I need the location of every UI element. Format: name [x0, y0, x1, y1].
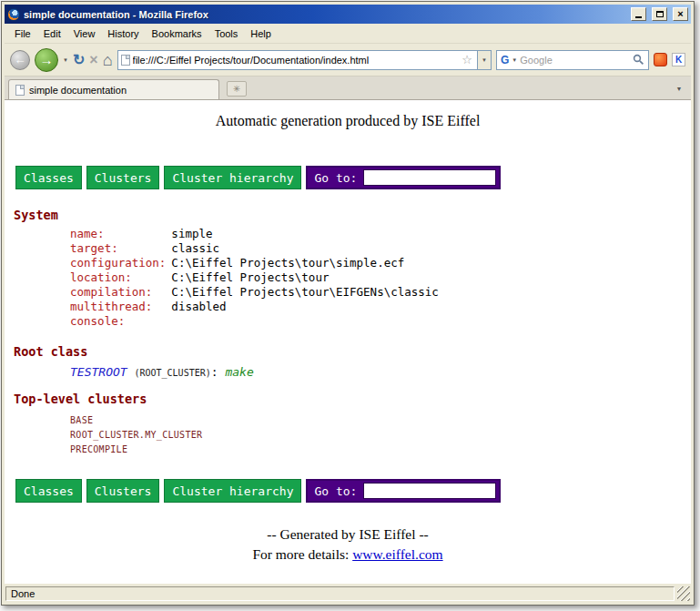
- back-button[interactable]: ←: [10, 50, 30, 70]
- table-row: multithread: disabled: [70, 300, 439, 315]
- cluster-list: BASE ROOT_CLUSTER.MY_CLUSTER PRECOMPILE: [70, 413, 691, 457]
- system-row-value: C:\Eiffel Projects\tour\simple.ecf: [171, 257, 439, 271]
- url-dropdown-icon: ▼: [482, 57, 487, 63]
- goto-label: Go to:: [314, 171, 357, 185]
- details-prefix: For more details:: [252, 546, 352, 562]
- firefox-logo-icon: [7, 8, 20, 21]
- close-button[interactable]: ×: [673, 7, 688, 21]
- close-icon: ×: [677, 9, 683, 19]
- doc-toolbar-top: Classes Clusters Cluster hierarchy Go to…: [15, 166, 691, 189]
- cluster-link-base[interactable]: BASE: [70, 413, 691, 428]
- window-title: simple documentation - Mozilla Firefox: [24, 9, 625, 20]
- system-row-value: C:\Eiffel Projects\tour: [171, 271, 439, 286]
- search-magnifier-icon[interactable]: [633, 54, 644, 66]
- goto-label: Go to:: [314, 484, 357, 498]
- table-row: name: simple: [70, 228, 439, 242]
- status-text: Done: [5, 586, 675, 601]
- stop-button[interactable]: ×: [89, 53, 97, 67]
- search-engine-dropdown-icon[interactable]: ▼: [512, 57, 517, 63]
- system-row-value: [171, 315, 439, 330]
- menu-history[interactable]: History: [101, 25, 145, 42]
- system-row-value: simple: [171, 228, 439, 242]
- maximize-icon: [656, 11, 664, 17]
- resize-grip[interactable]: [677, 586, 690, 601]
- browser-window: simple documentation - Mozilla Firefox ×…: [1, 1, 695, 606]
- status-bar: Done: [5, 584, 691, 602]
- system-row-label: configuration:: [70, 257, 171, 271]
- location-bar[interactable]: ☆ ▼: [117, 50, 492, 70]
- tab-label: simple documentation: [29, 85, 127, 96]
- classes-button[interactable]: Classes: [15, 479, 82, 503]
- tab-page-icon: [15, 85, 25, 96]
- cluster-link-precompile[interactable]: PRECOMPILE: [70, 443, 691, 457]
- system-row-label: multithread:: [70, 300, 171, 315]
- forward-icon: →: [40, 52, 54, 67]
- table-row: configuration: C:\Eiffel Projects\tour\s…: [70, 257, 439, 271]
- addon-icon-k[interactable]: K: [672, 53, 685, 66]
- root-class-link[interactable]: TESTROOT: [70, 365, 127, 379]
- menu-edit[interactable]: Edit: [37, 25, 67, 42]
- root-class-heading: Root class: [14, 344, 691, 359]
- menu-bookmarks[interactable]: Bookmarks: [146, 25, 208, 42]
- system-row-label: compilation:: [70, 286, 171, 300]
- addon-icon-1[interactable]: [654, 53, 667, 66]
- back-icon: ←: [15, 53, 26, 66]
- page-content: Automatic generation produced by ISE Eif…: [5, 100, 691, 584]
- eiffel-site-link[interactable]: www.eiffel.com: [352, 546, 442, 562]
- page-icon: [121, 55, 130, 66]
- menu-file[interactable]: File: [8, 25, 37, 42]
- root-separator: :: [211, 365, 218, 379]
- top-level-clusters-heading: Top-level clusters: [14, 392, 691, 406]
- minimize-icon: [635, 16, 642, 18]
- goto-input[interactable]: [363, 169, 496, 186]
- system-table: name: simple target: classic configurati…: [70, 228, 439, 330]
- cluster-hierarchy-button[interactable]: Cluster hierarchy: [164, 479, 301, 503]
- tab-bar: simple documentation ✳ ▼: [5, 76, 691, 100]
- table-row: console:: [70, 315, 439, 330]
- goto-box: Go to:: [306, 166, 501, 189]
- menu-view[interactable]: View: [67, 25, 102, 42]
- new-tab-button[interactable]: ✳: [227, 81, 247, 97]
- history-dropdown-icon[interactable]: ▼: [63, 57, 68, 63]
- root-cluster-ref: (ROOT_CLUSTER): [134, 368, 210, 378]
- title-bar: simple documentation - Mozilla Firefox ×: [5, 5, 691, 24]
- menu-help[interactable]: Help: [244, 25, 278, 42]
- generated-by-line: -- Generated by ISE Eiffel --: [5, 526, 691, 543]
- menu-tools[interactable]: Tools: [208, 25, 245, 42]
- maximize-button[interactable]: [652, 7, 667, 21]
- clusters-button[interactable]: Clusters: [86, 166, 160, 189]
- doc-toolbar-bottom: Classes Clusters Cluster hierarchy Go to…: [15, 479, 691, 503]
- root-feature-link[interactable]: make: [225, 365, 253, 379]
- search-bar[interactable]: G ▼: [496, 50, 649, 70]
- system-row-value: disabled: [171, 300, 439, 315]
- system-heading: System: [14, 208, 691, 222]
- classes-button[interactable]: Classes: [15, 166, 82, 189]
- minimize-button[interactable]: [631, 7, 646, 21]
- search-input[interactable]: [520, 55, 630, 66]
- reload-button[interactable]: ↻: [73, 53, 85, 67]
- bookmark-star-icon[interactable]: ☆: [460, 53, 474, 66]
- table-row: target: classic: [70, 242, 439, 257]
- system-row-label: console:: [70, 315, 171, 330]
- details-line: For more details: www.eiffel.com: [5, 546, 691, 563]
- url-input[interactable]: [133, 52, 458, 68]
- clusters-button[interactable]: Clusters: [86, 479, 160, 503]
- goto-box: Go to:: [306, 479, 501, 503]
- tab-simple-documentation[interactable]: simple documentation: [8, 79, 219, 99]
- root-class-line: TESTROOT (ROOT_CLUSTER): make: [70, 365, 691, 379]
- goto-input[interactable]: [363, 483, 496, 499]
- list-all-tabs-icon: ▼: [676, 86, 683, 92]
- home-button[interactable]: ⌂: [103, 52, 113, 68]
- page-title: Automatic generation produced by ISE Eif…: [5, 113, 691, 129]
- system-row-label: name:: [70, 228, 171, 242]
- table-row: location: C:\Eiffel Projects\tour: [70, 271, 439, 286]
- system-row-label: target:: [70, 242, 171, 257]
- doc-footer: -- Generated by ISE Eiffel -- For more d…: [5, 526, 691, 563]
- cluster-hierarchy-button[interactable]: Cluster hierarchy: [164, 166, 301, 189]
- navigation-toolbar: ← → ▼ ↻ × ⌂ ☆ ▼ G ▼ K: [5, 44, 691, 76]
- url-dropdown-button[interactable]: ▼: [477, 51, 491, 69]
- cluster-link-root-cluster[interactable]: ROOT_CLUSTER.MY_CLUSTER: [70, 428, 691, 443]
- system-row-label: location:: [70, 271, 171, 286]
- forward-button[interactable]: →: [35, 48, 58, 72]
- list-all-tabs-button[interactable]: ▼: [671, 81, 687, 97]
